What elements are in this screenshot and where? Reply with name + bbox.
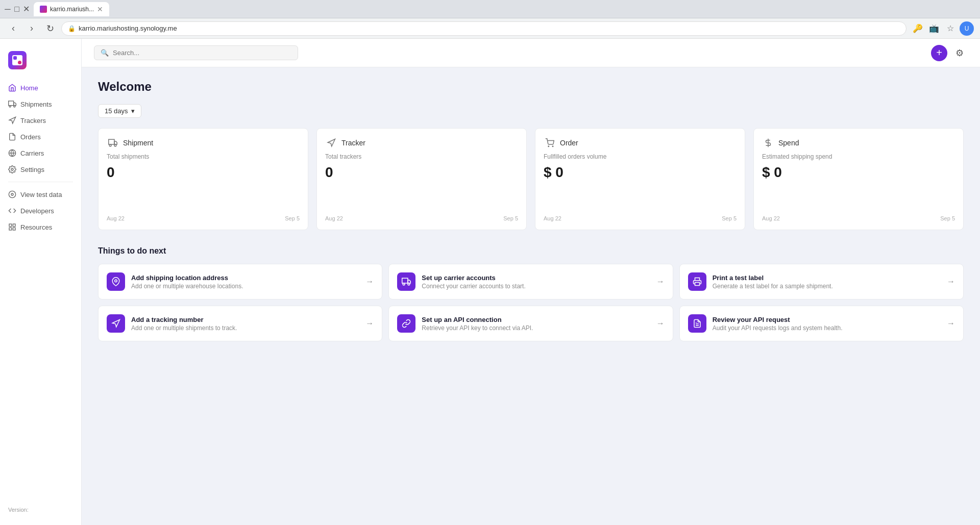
maximize-btn[interactable]: □ xyxy=(13,6,20,13)
sidebar-nav: Home Shipments Trackers Orders xyxy=(0,80,81,503)
minimize-btn[interactable]: ─ xyxy=(4,6,11,13)
window-controls[interactable]: ─ □ ✕ xyxy=(4,6,30,13)
sidebar-item-developers[interactable]: Developers xyxy=(0,203,81,219)
logo-mark xyxy=(8,51,27,69)
url-text: karrio.mariushosting.synology.me xyxy=(79,24,177,32)
forward-btn[interactable]: › xyxy=(24,21,39,36)
svg-marker-15 xyxy=(114,141,117,144)
tracker-stat-footer: Aug 22 Sep 5 xyxy=(325,215,518,221)
svg-rect-27 xyxy=(695,283,699,286)
sidebar-item-view-test-data-label: View test data xyxy=(20,191,62,198)
page-title: Welcome xyxy=(98,80,964,94)
action-icon-review xyxy=(688,314,706,333)
action-text-add-tracking: Add a tracking number Add one or multipl… xyxy=(131,316,359,332)
action-card-add-tracking[interactable]: Add a tracking number Add one or multipl… xyxy=(98,306,382,341)
action-title-print-label: Print a test label xyxy=(713,274,941,282)
svg-rect-10 xyxy=(9,224,12,227)
action-title-add-shipping-location: Add shipping location address xyxy=(131,274,359,282)
sidebar-item-orders[interactable]: Orders xyxy=(0,129,81,145)
main-content: 🔍 + ⚙ Welcome 15 days ▾ xyxy=(82,39,980,525)
address-bar[interactable]: 🔒 karrio.mariushosting.synology.me xyxy=(61,21,906,36)
action-icon-api xyxy=(397,314,415,333)
chevron-down-icon: ▾ xyxy=(131,107,135,115)
stat-card-shipment: Shipment Total shipments 0 Aug 22 Sep 5 xyxy=(98,128,308,230)
sidebar-item-carriers-label: Carriers xyxy=(20,149,44,157)
order-stat-icon xyxy=(544,137,556,149)
logo-inner xyxy=(12,55,22,65)
spend-stat-value: $ 0 xyxy=(762,164,955,215)
action-card-review-api[interactable]: Review your API request Audit your API r… xyxy=(679,306,964,341)
action-arrow-api-connection: → xyxy=(656,319,665,328)
action-desc-add-tracking: Add one or multiple shipments to track. xyxy=(131,324,359,332)
svg-marker-24 xyxy=(408,280,410,283)
svg-point-25 xyxy=(403,283,405,285)
stat-card-tracker: Tracker Total trackers 0 Aug 22 Sep 5 xyxy=(316,128,527,230)
svg-rect-13 xyxy=(9,228,12,230)
browser-chrome: ─ □ ✕ karrio.mariush... ✕ xyxy=(0,0,980,18)
order-stat-title: Order xyxy=(560,139,578,147)
stat-card-order-header: Order xyxy=(544,137,737,149)
bookmark-icon[interactable]: ☆ xyxy=(943,21,958,36)
action-card-print-label[interactable]: Print a test label Generate a test label… xyxy=(679,264,964,299)
svg-rect-0 xyxy=(9,101,14,106)
sidebar-item-home[interactable]: Home xyxy=(0,80,81,96)
sidebar-item-view-test-data[interactable]: View test data xyxy=(0,186,81,203)
svg-point-7 xyxy=(11,168,13,170)
close-btn[interactable]: ✕ xyxy=(22,6,30,13)
order-date-start: Aug 22 xyxy=(544,215,561,221)
svg-point-17 xyxy=(114,144,116,146)
action-desc-print-label: Generate a test label for a sample shipm… xyxy=(713,283,941,290)
svg-rect-14 xyxy=(109,139,114,144)
password-icon[interactable]: 🔑 xyxy=(911,21,925,36)
add-button[interactable]: + xyxy=(931,45,947,61)
sidebar-item-settings[interactable]: Settings xyxy=(0,161,81,178)
cast-icon[interactable]: 📺 xyxy=(927,21,941,36)
action-card-add-shipping-location[interactable]: Add shipping location address Add one or… xyxy=(98,264,382,299)
tracker-date-end: Sep 5 xyxy=(503,215,518,221)
spend-stat-subtitle: Estimated shipping spend xyxy=(762,153,955,160)
time-filter-label: 15 days xyxy=(105,107,128,115)
tab-favicon xyxy=(40,6,47,13)
search-input[interactable] xyxy=(113,49,291,57)
stat-card-tracker-header: Tracker xyxy=(325,137,518,149)
profile-avatar[interactable]: U xyxy=(960,21,974,36)
action-text-review-api: Review your API request Audit your API r… xyxy=(713,316,941,332)
search-box[interactable]: 🔍 xyxy=(94,45,298,60)
svg-point-8 xyxy=(9,191,15,197)
svg-point-20 xyxy=(552,146,553,147)
action-title-review-api: Review your API request xyxy=(713,316,941,323)
svg-rect-23 xyxy=(402,278,408,283)
order-date-end: Sep 5 xyxy=(722,215,737,221)
page-content: Welcome 15 days ▾ Shipment Total shipmen… xyxy=(82,67,980,525)
back-btn[interactable]: ‹ xyxy=(6,21,20,36)
tab-close-btn[interactable]: ✕ xyxy=(97,5,103,13)
action-icon-location xyxy=(107,272,125,291)
action-card-setup-carrier[interactable]: Set up carrier accounts Connect your car… xyxy=(388,264,673,299)
sidebar-item-shipments[interactable]: Shipments xyxy=(0,96,81,112)
action-text-setup-carrier: Set up carrier accounts Connect your car… xyxy=(422,274,650,290)
action-arrow-review-api: → xyxy=(947,319,955,328)
active-tab[interactable]: karrio.mariush... ✕ xyxy=(34,2,109,16)
svg-marker-18 xyxy=(328,139,335,146)
developers-icon xyxy=(8,207,16,215)
refresh-btn[interactable]: ↻ xyxy=(43,21,57,36)
shipment-stat-subtitle: Total shipments xyxy=(107,153,300,160)
action-desc-review-api: Audit your API requests logs and system … xyxy=(713,324,941,332)
tracker-stat-icon xyxy=(325,137,337,149)
settings-button[interactable]: ⚙ xyxy=(951,45,968,61)
action-text-api-connection: Set up an API connection Retrieve your A… xyxy=(422,316,650,332)
sidebar-item-trackers[interactable]: Trackers xyxy=(0,112,81,129)
action-icon-print xyxy=(688,272,706,291)
sidebar-item-developers-label: Developers xyxy=(20,207,54,215)
action-card-api-connection[interactable]: Set up an API connection Retrieve your A… xyxy=(388,306,673,341)
time-filter-dropdown[interactable]: 15 days ▾ xyxy=(98,104,141,118)
sidebar-item-resources[interactable]: Resources xyxy=(0,219,81,235)
sidebar-item-carriers[interactable]: Carriers xyxy=(0,145,81,161)
svg-point-9 xyxy=(11,193,13,195)
things-to-do-title: Things to do next xyxy=(98,246,964,256)
action-text-print-label: Print a test label Generate a test label… xyxy=(713,274,941,290)
spend-date-end: Sep 5 xyxy=(940,215,955,221)
search-icon: 🔍 xyxy=(101,49,109,57)
sidebar-footer: Version: xyxy=(0,503,81,517)
svg-point-26 xyxy=(408,283,410,285)
